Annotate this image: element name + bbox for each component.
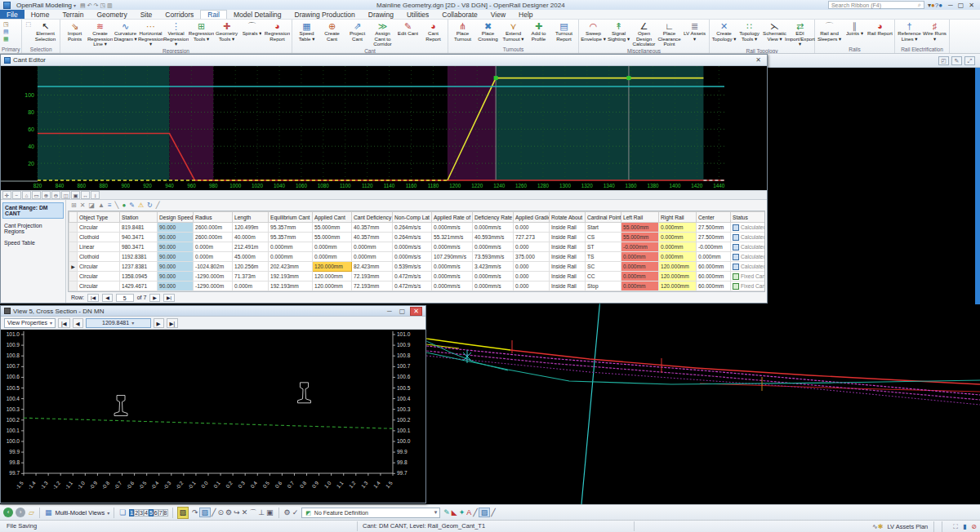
table-cell[interactable]: 0.000mm [659, 242, 697, 252]
table-cell[interactable]: 0.000mm [352, 242, 393, 252]
table-cell[interactable]: 82.423mm [352, 262, 393, 272]
pen2-icon[interactable]: ╱ [490, 508, 496, 516]
table-cell[interactable]: 71.373m [233, 272, 269, 282]
selection-box-icon[interactable]: ⬚ [25, 21, 31, 28]
clearance-point-button[interactable]: ∟Place Clearance Point [657, 20, 682, 47]
table-cell[interactable] [69, 233, 78, 242]
table-cell[interactable]: 2600.000m [194, 223, 233, 233]
table-cell[interactable]: 0.000 [514, 262, 550, 272]
fence-status-icon[interactable]: ⛶ [953, 523, 958, 530]
table-cell[interactable]: 27.500mm [697, 233, 731, 242]
create-topology-button[interactable]: ✕Create Topology ▾ [711, 20, 737, 42]
lock-icon[interactable]: ✱ [878, 523, 884, 530]
rail-report-button[interactable]: ◕Rail Report [867, 20, 893, 37]
copy-view-icon[interactable]: ◫ [61, 191, 70, 199]
table-cell[interactable]: 0.000mm [352, 252, 393, 262]
table-cell[interactable]: 0.000 [514, 242, 550, 252]
import-points-button[interactable]: ⇘Import Points [62, 20, 87, 42]
table-cell[interactable]: 90.000 [158, 252, 194, 262]
table-row[interactable]: ▶Circular1237.838190.000-1024.802m120.25… [69, 262, 766, 272]
column-header[interactable]: Equilibrium Cant [269, 212, 313, 223]
place-crossing-button[interactable]: ✖Place Crossing [475, 20, 501, 42]
table-cell[interactable]: 0.000mm/s [432, 282, 473, 291]
table-cell[interactable]: 40.000m [233, 233, 269, 242]
multi-model-views-dropdown[interactable]: Multi-Model Views [55, 509, 105, 516]
table-cell[interactable]: 0.000m/s/s [393, 252, 432, 262]
column-header[interactable]: Cant Deficiency [352, 212, 393, 223]
vertical-regression-button[interactable]: ⋮Vertical Regression ▾ [163, 20, 189, 47]
zoom-out-icon[interactable]: − [12, 191, 21, 199]
table-cell[interactable]: Inside Rail [550, 242, 586, 252]
table-cell[interactable]: TS [586, 252, 621, 262]
lv-assets-button[interactable]: ≣LV Assets ▾ [682, 20, 707, 42]
table-cell[interactable]: 55.000mm [313, 233, 352, 242]
cross-section-titlebar[interactable]: View 5, Cross Section - DN MN ─ ▢ ✕ [1, 306, 425, 317]
column-header[interactable]: Length [233, 212, 269, 223]
table-cell[interactable]: 819.8481 [120, 223, 158, 233]
column-header[interactable]: Center [697, 212, 731, 223]
table-cell[interactable]: ▶ [69, 262, 78, 272]
view-toggle-4[interactable]: 4 [144, 509, 149, 516]
apply-icon[interactable]: ✓ [292, 508, 300, 516]
table-cell[interactable]: Fixed Cant [731, 272, 766, 282]
table-cell[interactable]: Circular [78, 282, 120, 291]
draw-icon[interactable]: ╱ [156, 201, 160, 211]
workflow-selector[interactable]: OpenRail Modeling ▾ [13, 1, 79, 10]
table-cell[interactable]: 120.256m [233, 262, 269, 272]
view-group-icon[interactable]: ❏ [118, 508, 127, 518]
table-cell[interactable]: Circular [78, 262, 120, 272]
undo-icon[interactable]: ↶ [87, 2, 92, 9]
column-header[interactable]: Deficiency Rate .. [473, 212, 514, 223]
table-cell[interactable]: 55.000mm [621, 233, 659, 242]
terrain-icon[interactable]: ◣ [451, 508, 458, 516]
table-cell[interactable]: -1024.802m [194, 262, 233, 272]
window-area-icon[interactable]: ▭ [32, 191, 41, 199]
table-row[interactable]: Circular819.848190.0002600.000m120.499m9… [69, 223, 766, 233]
table-cell[interactable]: 90.000 [158, 262, 194, 272]
table-cell[interactable]: 727.273 [514, 233, 550, 242]
previous-station-button[interactable]: ◀ [73, 318, 83, 328]
table-cell[interactable]: Inside Rail [550, 233, 586, 242]
table-cell[interactable]: 120.000mm [659, 262, 697, 272]
view-tools-icon[interactable]: ✎ [951, 56, 962, 65]
list-icon[interactable]: ≡ [108, 201, 112, 211]
column-header[interactable]: Left Rail [621, 212, 659, 223]
table-cell[interactable] [69, 223, 78, 233]
table-cell[interactable]: 120.000mm [313, 272, 352, 282]
design-calculator-button[interactable]: ∠Open Design Calculator [631, 20, 657, 47]
table-cell[interactable]: 1192.8381 [120, 252, 158, 262]
warning-icon[interactable]: ⚠ [138, 201, 144, 211]
table-cell[interactable] [69, 252, 78, 262]
table-cell[interactable]: SC [586, 262, 621, 272]
geometry-tools-button[interactable]: ✚Geometry Tools ▾ [214, 20, 239, 42]
table-cell[interactable]: 0.264m/s/s [393, 233, 432, 242]
zoom-minus-icon[interactable]: ⊖ [51, 191, 60, 199]
table-cell[interactable]: 0.000mm [313, 252, 352, 262]
table-cell[interactable]: -1290.000m [194, 282, 233, 291]
table-cell[interactable]: -0.000mm [621, 242, 659, 252]
print-icon[interactable]: ▥ [107, 2, 113, 9]
tab-help[interactable]: Help [512, 10, 539, 19]
table-cell[interactable]: 0.000mm [621, 272, 659, 282]
view-scrollbar[interactable] [975, 68, 980, 304]
gear-icon[interactable]: ⚙ [225, 508, 233, 516]
tab-collaborate[interactable]: Collaborate [435, 10, 483, 19]
table-cell[interactable]: 120.000mm [659, 272, 697, 282]
create-cant-button[interactable]: ⊕Create Cant [319, 20, 345, 42]
attach-tools-icon[interactable]: ▦ [3, 36, 9, 42]
delete-record-icon[interactable]: ✕ [80, 201, 86, 211]
fillet-icon[interactable]: ⌒ [248, 508, 257, 516]
last-row-button[interactable]: ▶| [163, 294, 175, 302]
table-cell[interactable]: 0.000m [194, 252, 233, 262]
delete-element-icon[interactable]: ✕ [241, 508, 249, 516]
table-cell[interactable]: 55.000mm [313, 223, 352, 233]
table-cell[interactable]: Start [586, 223, 621, 233]
table-cell[interactable]: 0.539m/s/s [393, 262, 432, 272]
fit-view-icon[interactable]: ⌂ [22, 191, 31, 199]
horizontal-regression-button[interactable]: ⋯Horizontal Regression ▾ [138, 20, 163, 47]
table-row[interactable]: Linear980.347190.0000.000m212.491m0.000m… [69, 242, 766, 252]
table-cell[interactable]: 375.000 [514, 252, 550, 262]
column-header[interactable]: Applied Cant [313, 212, 352, 223]
previous-row-button[interactable]: ◀ [102, 294, 113, 302]
tab-corridors[interactable]: Corridors [158, 10, 200, 19]
